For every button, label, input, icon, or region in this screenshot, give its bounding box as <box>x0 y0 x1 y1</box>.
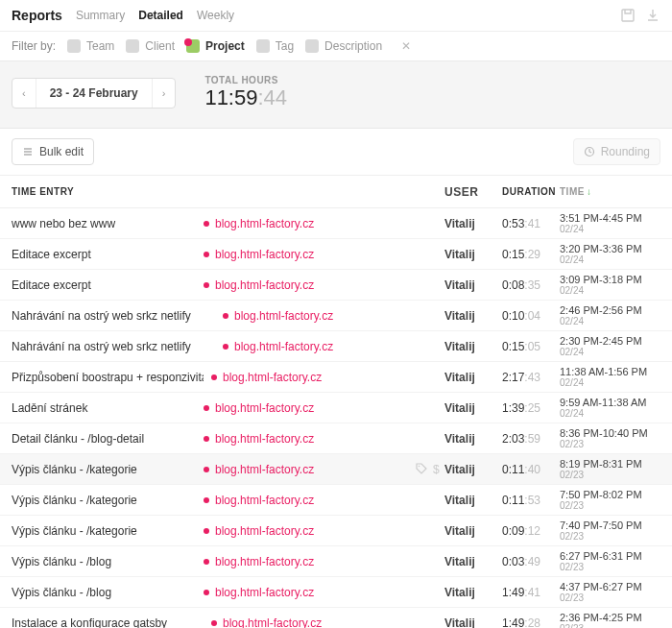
entry-project[interactable]: blog.html-factory.cz <box>204 555 416 568</box>
entry-description: Výpis článku - /kategorie <box>12 494 204 507</box>
table-body: www nebo bez wwwblog.html-factory.cz$Vit… <box>0 208 672 628</box>
entry-user: Vitalij <box>444 340 502 353</box>
tab-weekly[interactable]: Weekly <box>197 9 234 22</box>
filter-team[interactable]: Team <box>67 39 114 53</box>
entry-project[interactable]: blog.html-factory.cz <box>204 463 416 476</box>
table-row[interactable]: Přizpůsobení boostrapu + responzivitablo… <box>0 362 672 393</box>
team-icon <box>67 39 81 53</box>
sort-desc-icon: ↓ <box>587 186 592 197</box>
save-report-icon[interactable] <box>620 8 636 23</box>
entry-project[interactable]: blog.html-factory.cz <box>204 248 416 261</box>
project-color-dot <box>204 282 209 288</box>
summary-bar: ‹ 23 - 24 February › TOTAL HOURS 11:59:4… <box>0 61 672 129</box>
entry-project[interactable]: blog.html-factory.cz <box>204 616 416 629</box>
rounding-icon <box>584 146 595 157</box>
table-row[interactable]: Výpis článku - /kategorieblog.html-facto… <box>0 516 672 546</box>
entry-description: Výpis článku - /blog <box>12 555 204 568</box>
column-time[interactable]: TIME↓ <box>560 186 660 197</box>
entry-time: 7:40 PM-7:50 PM02/23 <box>560 519 660 542</box>
entry-duration: 2:03:59 <box>502 432 560 446</box>
entry-time: 2:46 PM-2:56 PM02/24 <box>560 304 660 326</box>
entry-project[interactable]: blog.html-factory.cz <box>204 524 416 538</box>
entry-time: 6:27 PM-6:31 PM02/23 <box>560 550 660 572</box>
bulk-edit-icon <box>22 146 34 157</box>
project-color-dot <box>204 467 209 472</box>
total-hours: TOTAL HOURS 11:59:44 <box>204 75 287 110</box>
entry-user: Vitalij <box>444 555 502 568</box>
project-color-dot <box>211 620 217 626</box>
entry-project[interactable]: blog.html-factory.cz <box>204 278 416 292</box>
entry-duration: 1:49:41 <box>502 586 560 599</box>
entry-project[interactable]: blog.html-factory.cz <box>204 432 416 446</box>
filter-client[interactable]: Client <box>126 39 175 53</box>
project-color-dot <box>204 221 209 227</box>
column-time-entry[interactable]: TIME ENTRY <box>12 186 204 197</box>
entry-project[interactable]: blog.html-factory.cz <box>204 494 416 507</box>
table-row[interactable]: www nebo bez wwwblog.html-factory.cz$Vit… <box>0 208 672 239</box>
entry-user: Vitalij <box>444 309 502 323</box>
table-row[interactable]: Nahrávání na ostrý web srkz netlifyblog.… <box>0 331 672 362</box>
filter-badge-icon <box>184 38 192 46</box>
entry-user: Vitalij <box>444 371 502 384</box>
tab-detailed[interactable]: Detailed <box>138 9 183 22</box>
entry-duration: 0:15:29 <box>502 248 560 261</box>
project-color-dot <box>211 374 217 380</box>
filter-bar: Filter by: Team Client Project Tag Descr… <box>0 32 672 61</box>
bulk-edit-button[interactable]: Bulk edit <box>12 138 94 165</box>
column-duration[interactable]: DURATION <box>502 186 560 197</box>
filter-description[interactable]: Description <box>305 39 382 53</box>
entry-description: Instalace a konfigurace gatsby <box>12 616 204 629</box>
entry-time: 3:51 PM-4:45 PM02/24 <box>560 212 660 234</box>
table-row[interactable]: Výpis článku - /blogblog.html-factory.cz… <box>0 546 672 577</box>
entry-description: Nahrávání na ostrý web srkz netlify <box>12 340 204 353</box>
filter-project[interactable]: Project <box>186 39 245 53</box>
table-row[interactable]: Výpis článku - /kategorieblog.html-facto… <box>0 485 672 516</box>
entry-project[interactable]: blog.html-factory.cz <box>204 217 416 230</box>
entry-time: 7:50 PM-8:02 PM02/23 <box>560 489 660 511</box>
clear-filter-icon[interactable]: ✕ <box>401 39 411 53</box>
entry-duration: 0:10:04 <box>502 309 560 323</box>
entry-description: Výpis článku - /kategorie <box>12 463 204 476</box>
entry-project[interactable]: blog.html-factory.cz <box>204 309 416 323</box>
project-color-dot <box>204 497 209 503</box>
entry-project[interactable]: blog.html-factory.cz <box>204 401 416 415</box>
tag-icon[interactable] <box>416 463 427 476</box>
entry-description: Nahrávání na ostrý web srkz netlify <box>12 309 204 323</box>
table-row[interactable]: Výpis článku - /kategorieblog.html-facto… <box>0 454 672 485</box>
entry-time: 3:20 PM-3:36 PM02/24 <box>560 243 660 265</box>
download-icon[interactable] <box>645 8 660 23</box>
tab-summary[interactable]: Summary <box>76 9 125 22</box>
next-range-button[interactable]: › <box>153 80 176 107</box>
table-row[interactable]: Výpis článku - /blogblog.html-factory.cz… <box>0 577 672 608</box>
entry-project[interactable]: blog.html-factory.cz <box>204 371 416 384</box>
entry-user: Vitalij <box>444 401 502 415</box>
entry-project[interactable]: blog.html-factory.cz <box>204 340 416 353</box>
entry-project[interactable]: blog.html-factory.cz <box>204 586 416 599</box>
project-color-dot <box>204 405 209 411</box>
entry-user: Vitalij <box>444 524 502 538</box>
table-row[interactable]: Editace excerptblog.html-factory.cz$Vita… <box>0 270 672 301</box>
rounding-button[interactable]: Rounding <box>573 138 660 165</box>
billable-icon[interactable]: $ <box>433 463 440 476</box>
prev-range-button[interactable]: ‹ <box>12 80 36 107</box>
client-icon <box>126 39 139 53</box>
description-icon <box>305 39 319 53</box>
entry-user: Vitalij <box>444 586 502 599</box>
entry-duration: 0:08:35 <box>502 278 560 292</box>
entry-time: 3:09 PM-3:18 PM02/24 <box>560 274 660 296</box>
table-row[interactable]: Ladění stránekblog.html-factory.cz$Vital… <box>0 393 672 423</box>
table-row[interactable]: Detail článku - /blog-detailblog.html-fa… <box>0 423 672 454</box>
filter-tag[interactable]: Tag <box>256 39 294 53</box>
table-row[interactable]: Editace excerptblog.html-factory.cz$Vita… <box>0 239 672 270</box>
entry-time: 8:19 PM-8:31 PM02/23 <box>560 458 660 480</box>
project-color-dot <box>204 252 209 257</box>
entry-description: Editace excerpt <box>12 248 204 261</box>
entry-user: Vitalij <box>444 248 502 261</box>
entry-description: Ladění stránek <box>12 401 204 415</box>
column-user[interactable]: USER <box>444 185 502 199</box>
entry-description: www nebo bez www <box>12 217 204 230</box>
date-range-label[interactable]: 23 - 24 February <box>36 79 153 108</box>
table-row[interactable]: Nahrávání na ostrý web srkz netlifyblog.… <box>0 301 672 331</box>
filter-label: Filter by: <box>12 39 56 53</box>
table-row[interactable]: Instalace a konfigurace gatsbyblog.html-… <box>0 608 672 628</box>
